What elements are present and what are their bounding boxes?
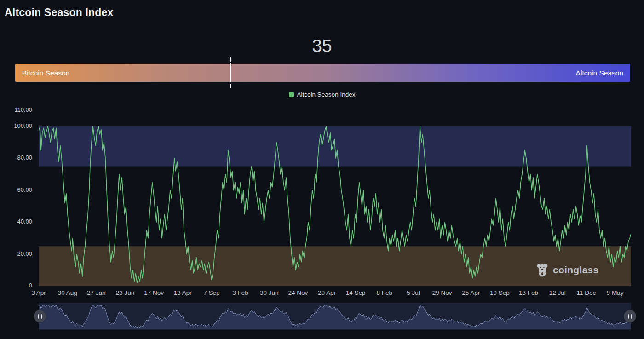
x-axis-tick-label: 30 Jun (260, 289, 279, 296)
season-index-marker[interactable] (230, 57, 231, 88)
navigator-right-handle[interactable] (624, 310, 636, 322)
pause-grip-icon (631, 314, 632, 319)
x-axis-tick-label: 20 Apr (318, 289, 336, 296)
pause-grip-icon (38, 314, 39, 319)
y-axis-tick-label: 20.00 (17, 250, 32, 257)
x-axis-tick-label: 11 Dec (576, 289, 596, 296)
navigator-left-handle[interactable] (34, 310, 46, 322)
x-axis-tick-label: 19 Sep (490, 289, 510, 296)
y-axis-tick-label: 0 (29, 282, 32, 289)
x-axis-tick-label: 29 Nov (432, 289, 452, 296)
x-axis-tick-label: 13 Apr (174, 289, 192, 296)
x-axis-tick-label: 25 Apr (462, 289, 480, 296)
marker-dash-top (230, 57, 231, 62)
x-axis-tick-label: 17 Nov (144, 289, 164, 296)
x-axis-tick-label: 9 May (607, 289, 624, 296)
marker-line (230, 63, 231, 82)
y-axis-tick-label: 110.00 (14, 106, 32, 113)
x-axis: 3 Apr30 Aug27 Jan23 Jun17 Nov13 Apr7 Sep… (39, 289, 631, 299)
x-axis-tick-label: 27 Jan (87, 289, 106, 296)
chart-legend[interactable]: Altcoin Season Index (0, 91, 644, 98)
altcoin-season-label: Altcoin Season (569, 69, 630, 77)
x-axis-tick-label: 12 Jul (549, 289, 566, 296)
marker-dash-bottom (230, 84, 231, 88)
pause-grip-icon (41, 314, 42, 319)
x-axis-tick-label: 3 Apr (31, 289, 46, 296)
x-axis-tick-label: 13 Feb (519, 289, 538, 296)
range-navigator[interactable] (39, 303, 631, 330)
altcoin-season-index-page: Altcoin Season Index 35 Bitcoin Season A… (0, 0, 644, 339)
coinglass-watermark: coinglass (535, 263, 599, 277)
main-line-chart[interactable] (39, 110, 631, 286)
x-axis-tick-label: 3 Feb (232, 289, 248, 296)
pause-grip-icon (628, 314, 629, 319)
legend-swatch-icon (289, 92, 294, 97)
index-current-value: 35 (0, 36, 644, 56)
y-axis-tick-label: 80.00 (17, 154, 32, 161)
x-axis-tick-label: 14 Sep (346, 289, 366, 296)
x-axis-tick-label: 5 Jul (407, 289, 420, 296)
coinglass-watermark-text: coinglass (553, 264, 599, 276)
season-gradient-bar: Bitcoin Season Altcoin Season (15, 64, 630, 82)
y-axis-tick-label: 100.00 (14, 122, 32, 129)
x-axis-tick-label: 24 Nov (288, 289, 308, 296)
legend-label: Altcoin Season Index (297, 91, 356, 98)
y-axis-tick-label: 40.00 (17, 218, 32, 225)
x-axis-tick-label: 8 Feb (377, 289, 393, 296)
x-axis-tick-label: 7 Sep (203, 289, 219, 296)
bitcoin-season-label: Bitcoin Season (15, 69, 76, 77)
coinglass-bear-icon (535, 263, 549, 277)
x-axis-tick-label: 23 Jun (116, 289, 135, 296)
page-title: Altcoin Season Index (5, 6, 114, 19)
x-axis-tick-label: 30 Aug (58, 289, 77, 296)
y-axis-tick-label: 60.00 (17, 186, 32, 193)
